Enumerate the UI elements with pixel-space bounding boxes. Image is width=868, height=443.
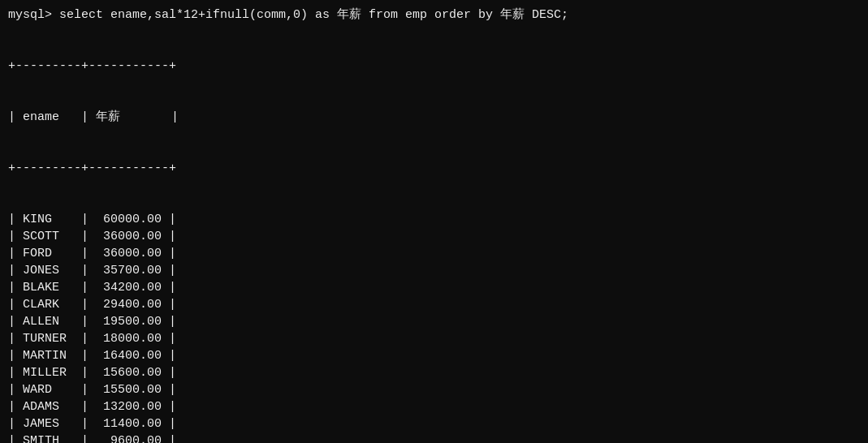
table-row: | JONES | 35700.00 | (8, 262, 860, 279)
divider-mid: +---------+-----------+ (8, 160, 860, 177)
table-row: | KING | 60000.00 | (8, 211, 860, 228)
terminal: mysql> select ename,sal*12+ifnull(comm,0… (8, 6, 860, 437)
table-row: | ALLEN | 19500.00 | (8, 313, 860, 330)
table-output: +---------+-----------+ | ename | 年薪 | +… (8, 24, 860, 443)
table-row: | MILLER | 15600.00 | (8, 364, 860, 381)
table-rows: | KING | 60000.00 || SCOTT | 36000.00 ||… (8, 211, 860, 443)
table-row: | CLARK | 29400.00 | (8, 296, 860, 313)
table-row: | JAMES | 11400.00 | (8, 415, 860, 432)
query-line: mysql> select ename,sal*12+ifnull(comm,0… (8, 6, 860, 24)
table-header: | ename | 年薪 | (8, 109, 860, 126)
table-row: | SMITH | 9600.00 | (8, 432, 860, 443)
table-row: | MARTIN | 16400.00 | (8, 347, 860, 364)
table-row: | TURNER | 18000.00 | (8, 330, 860, 347)
query-text: select ename,sal*12+ifnull(comm,0) as 年薪… (59, 8, 568, 22)
table-row: | BLAKE | 34200.00 | (8, 279, 860, 296)
table-row: | SCOTT | 36000.00 | (8, 228, 860, 245)
divider-top: +---------+-----------+ (8, 58, 860, 75)
table-row: | FORD | 36000.00 | (8, 245, 860, 262)
prompt-label: mysql> (8, 8, 59, 22)
table-row: | WARD | 15500.00 | (8, 381, 860, 398)
table-row: | ADAMS | 13200.00 | (8, 398, 860, 415)
